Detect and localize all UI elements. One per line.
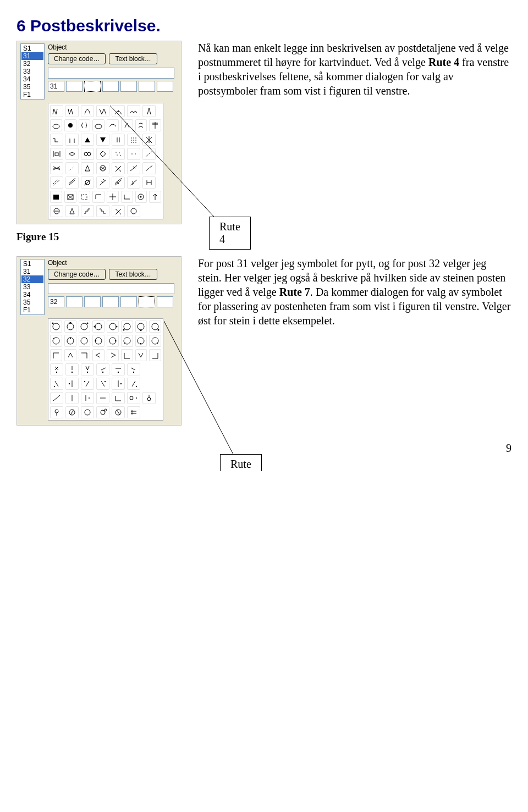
symbol-icon[interactable] [107, 335, 119, 347]
object-field[interactable] [48, 283, 174, 294]
symbol-icon[interactable] [112, 363, 125, 375]
list-item[interactable]: 33 [21, 68, 43, 75]
symbol-icon[interactable] [64, 119, 76, 131]
symbol-icon[interactable] [112, 392, 125, 404]
code-field-7[interactable] [157, 296, 173, 307]
symbol-icon[interactable] [81, 406, 94, 418]
symbol-icon[interactable] [96, 378, 109, 390]
symbol-icon[interactable] [81, 392, 94, 404]
symbol-icon[interactable] [50, 321, 62, 333]
symbol-icon[interactable] [64, 321, 76, 333]
symbol-icon[interactable] [81, 134, 94, 146]
symbol-icon[interactable] [96, 105, 109, 117]
symbol-icon[interactable] [65, 148, 79, 160]
code-field-1[interactable]: 32 [48, 296, 64, 307]
symbol-icon[interactable] [96, 392, 109, 404]
symbol-icon[interactable] [50, 162, 63, 174]
symbol-icon[interactable] [79, 349, 91, 361]
code-field-5[interactable] [120, 81, 137, 92]
symbol-icon[interactable] [121, 335, 133, 347]
symbol-icon[interactable] [65, 105, 79, 117]
list-item[interactable]: 34 [21, 75, 43, 83]
symbol-icon[interactable] [50, 134, 63, 146]
list-item[interactable]: 34 [21, 291, 43, 299]
symbol-icon[interactable] [65, 162, 79, 174]
list-item[interactable]: F1 [21, 91, 43, 98]
symbol-icon[interactable] [79, 191, 91, 203]
change-code-button[interactable]: Change code… [48, 53, 106, 64]
code-field-4[interactable] [102, 296, 119, 307]
symbol-icon[interactable] [50, 378, 63, 390]
symbol-icon[interactable] [50, 148, 63, 160]
symbol-icon[interactable] [79, 119, 91, 131]
symbol-icon[interactable] [81, 162, 94, 174]
symbol-icon[interactable] [92, 321, 105, 333]
symbol-icon[interactable] [92, 119, 105, 131]
list-item[interactable]: 35 [21, 299, 43, 306]
symbol-icon[interactable] [149, 335, 161, 347]
symbol-icon[interactable] [65, 378, 79, 390]
symbol-icon[interactable] [96, 406, 109, 418]
symbol-icon[interactable] [81, 205, 94, 217]
post-list-1[interactable]: S1 31 32 33 34 35 F1 [20, 43, 45, 100]
symbol-icon[interactable] [50, 363, 63, 375]
symbol-icon[interactable] [64, 349, 76, 361]
symbol-icon[interactable] [107, 321, 119, 333]
symbol-icon[interactable] [50, 205, 63, 217]
symbol-icon[interactable] [50, 119, 62, 131]
code-field-3[interactable] [84, 81, 101, 92]
code-field-2[interactable] [66, 296, 82, 307]
code-field-3[interactable] [84, 296, 101, 307]
list-item[interactable]: F1 [21, 306, 43, 314]
symbol-icon[interactable] [64, 191, 76, 203]
symbol-icon[interactable] [50, 105, 63, 117]
symbol-icon[interactable] [107, 349, 119, 361]
code-field-1[interactable]: 31 [48, 81, 64, 92]
symbol-icon[interactable] [149, 349, 161, 361]
symbol-icon[interactable] [96, 134, 109, 146]
symbol-icon[interactable] [65, 406, 79, 418]
code-field-7[interactable] [157, 81, 173, 92]
code-field-4[interactable] [102, 81, 119, 92]
symbol-icon[interactable] [81, 176, 94, 189]
symbol-icon[interactable] [65, 363, 79, 375]
symbol-icon[interactable] [65, 134, 79, 146]
symbol-icon[interactable] [135, 349, 147, 361]
symbol-icon[interactable] [50, 176, 63, 189]
code-field-6[interactable] [139, 81, 155, 92]
symbol-icon[interactable] [121, 349, 133, 361]
symbol-icon[interactable] [50, 191, 62, 203]
symbol-icon[interactable] [92, 349, 105, 361]
change-code-button[interactable]: Change code… [48, 269, 106, 280]
symbol-icon[interactable] [142, 392, 156, 404]
symbol-icon[interactable] [127, 378, 140, 390]
symbol-icon[interactable] [79, 335, 91, 347]
symbol-icon[interactable] [81, 148, 94, 160]
symbol-icon[interactable] [64, 335, 76, 347]
symbol-icon[interactable] [50, 349, 62, 361]
symbol-icon[interactable] [127, 406, 140, 418]
symbol-icon[interactable] [65, 392, 79, 404]
text-block-button[interactable]: Text block… [109, 53, 157, 64]
post-list-2[interactable]: S1 31 32 33 34 35 F1 [20, 259, 45, 315]
list-item[interactable]: 33 [21, 283, 43, 291]
symbol-icon[interactable] [96, 176, 109, 189]
code-field-6[interactable] [139, 296, 155, 307]
symbol-icon[interactable] [65, 176, 79, 189]
symbol-icon[interactable] [96, 162, 109, 174]
list-item[interactable]: 31 [21, 268, 43, 275]
list-item[interactable]: S1 [21, 260, 43, 268]
symbol-icon[interactable] [92, 191, 105, 203]
symbol-icon[interactable] [81, 105, 94, 117]
symbol-icon[interactable] [96, 205, 109, 217]
symbol-icon[interactable] [149, 321, 161, 333]
symbol-icon[interactable] [121, 321, 133, 333]
list-item[interactable]: S1 [21, 45, 43, 52]
symbol-icon[interactable] [96, 148, 109, 160]
symbol-icon[interactable] [65, 205, 79, 217]
symbol-icon[interactable] [79, 321, 91, 333]
symbol-icon[interactable] [135, 335, 147, 347]
object-field[interactable] [48, 68, 174, 79]
text-block-button[interactable]: Text block… [109, 269, 157, 280]
symbol-icon[interactable] [135, 321, 147, 333]
